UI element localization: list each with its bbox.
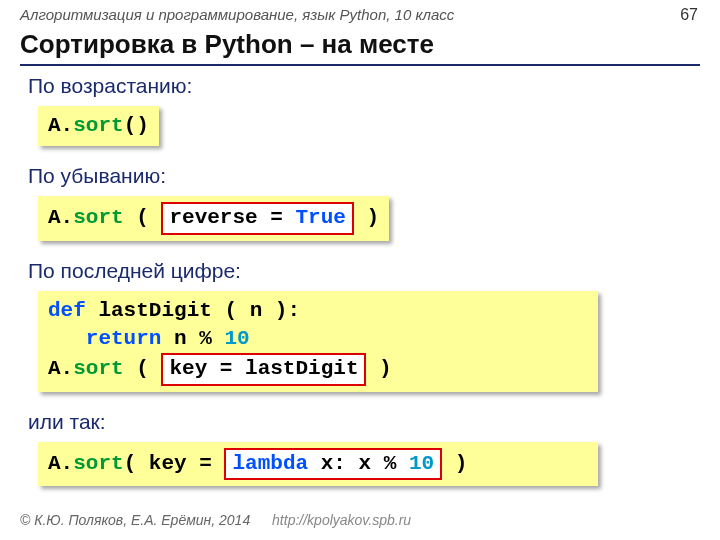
code-token: 10 — [224, 327, 249, 350]
highlight-box: key = lastDigit — [161, 353, 366, 385]
code-token: A. — [48, 114, 73, 137]
code-token: 10 — [409, 452, 434, 475]
slide-title: Сортировка в Python – на месте — [0, 25, 720, 62]
highlight-box: reverse = True — [161, 202, 353, 234]
code-token: lastDigit ( n ): — [86, 299, 300, 322]
code-ascending: A.sort() — [38, 106, 159, 146]
code-token: True — [295, 206, 345, 229]
code-token: sort — [73, 452, 123, 475]
highlight-box: lambda x: x % 10 — [224, 448, 442, 480]
code-token: A. — [48, 452, 73, 475]
code-token: A. — [48, 206, 73, 229]
code-token: ( — [124, 357, 162, 380]
footer-url: http://kpolyakov.spb.ru — [272, 512, 411, 528]
label-ascending: По возрастанию: — [28, 74, 692, 98]
code-token: sort — [73, 357, 123, 380]
footer-copyright: © К.Ю. Поляков, Е.А. Ерёмин, 2014 — [20, 512, 250, 528]
code-token: = — [258, 206, 296, 229]
label-lastdigit: По последней цифре: — [28, 259, 692, 283]
code-token: ) — [366, 357, 391, 380]
code-token: return — [86, 327, 162, 350]
code-token: sort — [73, 114, 123, 137]
label-alt: или так: — [28, 410, 692, 434]
label-descending: По убыванию: — [28, 164, 692, 188]
code-token: n % — [161, 327, 224, 350]
code-token — [48, 327, 86, 350]
code-lambda: A.sort( key = lambda x: x % 10 ) — [38, 442, 598, 486]
code-lastdigit: def lastDigit ( n ): return n % 10 A.sor… — [38, 291, 598, 392]
page-number: 67 — [680, 6, 698, 24]
code-token: x: x % — [308, 452, 409, 475]
code-token: reverse — [169, 206, 257, 229]
code-token: def — [48, 299, 86, 322]
title-rule — [20, 64, 700, 66]
course-header: Алгоритмизация и программирование, язык … — [0, 0, 720, 25]
code-token: ( key = — [124, 452, 225, 475]
code-token: ) — [442, 452, 467, 475]
content-area: По возрастанию: A.sort() По убыванию: A.… — [0, 74, 720, 496]
code-token: A. — [48, 357, 73, 380]
code-token: ) — [354, 206, 379, 229]
code-token: () — [124, 114, 149, 137]
code-token: ( — [124, 206, 162, 229]
code-token: sort — [73, 206, 123, 229]
code-token: lambda — [232, 452, 308, 475]
code-token: key = lastDigit — [169, 357, 358, 380]
footer: © К.Ю. Поляков, Е.А. Ерёмин, 2014 http:/… — [20, 512, 411, 528]
code-descending: A.sort ( reverse = True ) — [38, 196, 389, 240]
